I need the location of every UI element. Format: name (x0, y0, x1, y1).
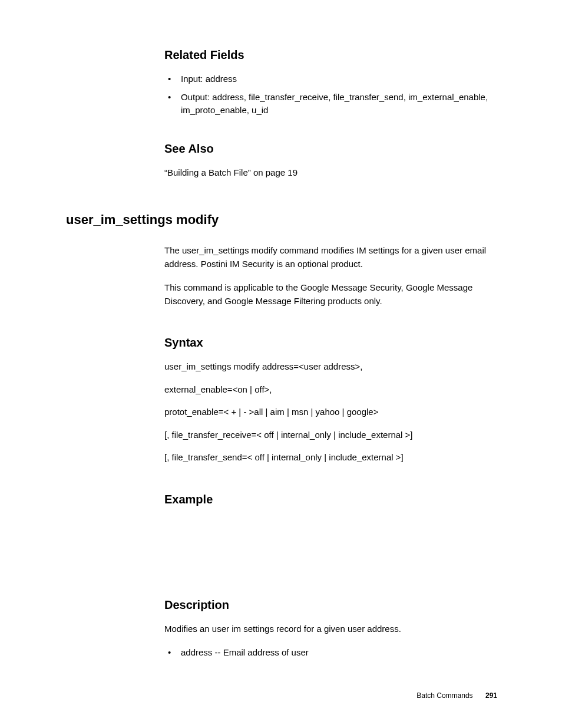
syntax-section: Syntax user_im_settings modify address=<… (164, 336, 497, 465)
see-also-reference: “Building a Batch File” on page 19 (164, 166, 497, 180)
syntax-line: [, file_transfer_receive=< off | interna… (164, 429, 497, 442)
related-fields-list: Input: address Output: address, file_tra… (164, 73, 497, 117)
page-footer: Batch Commands 291 (416, 691, 497, 700)
list-item: address -- Email address of user (164, 646, 497, 660)
description-heading: Description (164, 598, 497, 612)
description-text: Modifies an user im settings record for … (164, 622, 497, 636)
example-heading: Example (164, 493, 497, 506)
example-section: Example (164, 493, 497, 570)
document-page: Related Fields Input: address Output: ad… (0, 0, 562, 660)
content-column: Related Fields Input: address Output: ad… (164, 48, 497, 179)
command-title: user_im_settings modify (66, 212, 497, 228)
see-also-section: See Also “Building a Batch File” on page… (164, 142, 497, 180)
syntax-line: external_enable=<on | off>, (164, 383, 497, 397)
syntax-line: user_im_settings modify address=<user ad… (164, 360, 497, 374)
syntax-line: protot_enable=< + | - >all | aim | msn |… (164, 406, 497, 419)
footer-section-label: Batch Commands (416, 691, 472, 700)
related-fields-heading: Related Fields (164, 48, 497, 62)
command-content-column: The user_im_settings modify command modi… (164, 244, 497, 660)
description-list: address -- Email address of user (164, 646, 497, 660)
related-fields-section: Related Fields Input: address Output: ad… (164, 48, 497, 117)
syntax-line: [, file_transfer_send=< off | internal_o… (164, 451, 497, 465)
command-intro-section: The user_im_settings modify command modi… (164, 244, 497, 308)
footer-page-number: 291 (485, 691, 497, 700)
syntax-heading: Syntax (164, 336, 497, 350)
see-also-heading: See Also (164, 142, 497, 156)
list-item: Output: address, file_transfer_receive, … (164, 91, 497, 117)
intro-paragraph: The user_im_settings modify command modi… (164, 244, 497, 271)
intro-paragraph: This command is applicable to the Google… (164, 281, 497, 308)
description-section: Description Modifies an user im settings… (164, 598, 497, 660)
list-item: Input: address (164, 73, 497, 86)
example-content-placeholder (164, 517, 497, 570)
